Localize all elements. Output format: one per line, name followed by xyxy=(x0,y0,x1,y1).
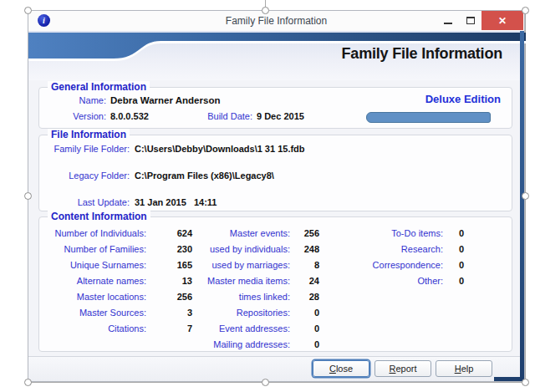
help-button-mnemonic: H xyxy=(455,364,461,374)
stat-value: 0 xyxy=(290,323,319,333)
version-label: Version: xyxy=(46,111,106,121)
stat-row: Event addresses:0 xyxy=(181,323,319,339)
stat-row: Other:0 xyxy=(318,276,464,292)
content-information-title: Content Information xyxy=(48,211,150,222)
close-icon: ✕ xyxy=(498,15,507,27)
build-date-value: 9 Dec 2015 xyxy=(257,111,304,121)
general-information-title: General Information xyxy=(48,81,150,93)
stat-row: Number of Families:230 xyxy=(46,244,192,260)
legacy-folder-row: Legacy Folder: C:\Program Files (x86)\Le… xyxy=(46,171,274,181)
stat-label: Alternate names: xyxy=(46,276,146,286)
stat-label: used by individuals: xyxy=(181,244,290,254)
name-value: Debra Warner Anderson xyxy=(110,95,220,105)
stat-row: Alternate names:13 xyxy=(46,276,192,292)
family-file-folder-label: Family File Folder: xyxy=(46,144,130,154)
window-bottom-border xyxy=(494,377,524,381)
minimize-icon xyxy=(444,23,452,24)
legacy-folder-value: C:\Program Files (x86)\Legacy8\ xyxy=(135,171,274,181)
stat-label: Research: xyxy=(318,244,443,254)
stat-label: Number of Individuals: xyxy=(46,228,146,238)
stat-row: times linked:28 xyxy=(181,292,319,308)
stat-label: To-Do items: xyxy=(318,228,443,238)
stat-row: Number of Individuals:624 xyxy=(46,228,192,244)
content-information-group: Content Information Number of Individual… xyxy=(38,216,512,352)
version-row: Version: 8.0.0.532 Build Date: 9 Dec 201… xyxy=(46,111,304,121)
name-row: Name: Debra Warner Anderson xyxy=(46,95,220,105)
document-canvas: i Family File Information ✕ xyxy=(0,0,535,392)
maximize-button[interactable] xyxy=(459,11,482,30)
general-information-group: General Information Name: Debra Warner A… xyxy=(38,87,512,129)
footer-bar: Close Report Help xyxy=(28,356,520,381)
family-file-folder-row: Family File Folder: C:\Users\Debby\Downl… xyxy=(46,144,305,154)
close-window-button[interactable]: ✕ xyxy=(482,11,523,30)
stat-label: Number of Families: xyxy=(46,244,146,254)
stat-value: 28 xyxy=(290,292,319,302)
close-button-label: lose xyxy=(336,364,353,374)
file-information-title: File Information xyxy=(48,129,130,140)
stat-value: 8 xyxy=(290,260,319,270)
stat-label: Mailing addresses: xyxy=(181,339,290,349)
file-information-group: File Information Family File Folder: C:\… xyxy=(38,135,512,211)
close-button-mnemonic: C xyxy=(329,364,336,374)
stat-label: Master events: xyxy=(181,228,290,238)
stat-label: Master media items: xyxy=(181,276,290,286)
stat-value: 0 xyxy=(290,308,319,318)
window-right-border xyxy=(520,31,524,381)
stat-row: Mailing addresses:0 xyxy=(181,339,319,355)
page-title: Family File Information xyxy=(342,45,502,63)
report-button[interactable]: Report xyxy=(374,360,431,377)
stat-row: Research:0 xyxy=(318,244,464,260)
report-button-label: eport xyxy=(395,364,416,374)
stat-label: Citations: xyxy=(46,323,146,333)
help-button-label: elp xyxy=(461,364,474,374)
progress-bar xyxy=(366,112,491,123)
stat-value: 256 xyxy=(290,228,319,238)
maximize-icon xyxy=(466,17,475,24)
content-column-2: Master events:256 used by individuals:24… xyxy=(181,228,319,355)
selection-line-bottom xyxy=(28,382,525,383)
version-value: 8.0.0.532 xyxy=(110,111,201,121)
name-label: Name: xyxy=(46,95,106,105)
selection-handle-mid-left[interactable] xyxy=(24,192,32,200)
stat-label: Repositories: xyxy=(181,308,290,318)
selection-handle-bottom-right[interactable] xyxy=(522,379,529,386)
selection-handle-top-center[interactable] xyxy=(262,7,269,14)
content-column-3: To-Do items:0 Research:0 Correspondence:… xyxy=(318,228,464,292)
stat-row: Repositories:0 xyxy=(181,308,319,323)
selection-handle-mid-right[interactable] xyxy=(522,192,529,200)
minimize-button[interactable] xyxy=(436,11,459,30)
family-file-information-window: i Family File Information ✕ xyxy=(28,10,525,382)
close-button[interactable]: Close xyxy=(313,360,369,377)
stat-row: Unique Surnames:165 xyxy=(46,260,192,276)
stat-row: Master Sources:3 xyxy=(46,308,192,323)
edition-badge: Deluxe Edition xyxy=(425,93,501,105)
stat-label: times linked: xyxy=(181,292,290,302)
stat-value: 248 xyxy=(290,244,319,254)
title-bar[interactable]: i Family File Information ✕ xyxy=(28,11,524,31)
selection-handle-bottom-center[interactable] xyxy=(262,379,269,386)
stat-value: 0 xyxy=(290,339,319,349)
stat-row: used by marriages:8 xyxy=(181,260,319,276)
last-update-value: 31 Jan 2015 14:11 xyxy=(135,197,217,207)
stat-value: 0 xyxy=(443,228,464,238)
selection-handle-top-right[interactable] xyxy=(522,7,529,14)
stat-row: To-Do items:0 xyxy=(318,228,464,244)
stat-row: used by individuals:248 xyxy=(181,244,319,260)
stat-row: Correspondence:0 xyxy=(318,260,464,276)
build-date-label: Build Date: xyxy=(201,111,252,121)
help-button[interactable]: Help xyxy=(436,360,492,377)
stat-label: Unique Surnames: xyxy=(46,260,146,270)
stat-value: 0 xyxy=(443,260,464,270)
stat-row: Master events:256 xyxy=(181,228,319,244)
family-file-folder-value: C:\Users\Debby\Downloads\1 31 15.fdb xyxy=(135,144,305,154)
selection-handle-bottom-left[interactable] xyxy=(24,379,32,386)
stat-label: Master locations: xyxy=(46,292,146,302)
stat-row: Master media items:24 xyxy=(181,276,319,292)
stat-label: Correspondence: xyxy=(318,260,443,270)
last-update-row: Last Update: 31 Jan 2015 14:11 xyxy=(46,197,217,207)
selection-handle-top-left[interactable] xyxy=(24,7,32,14)
legacy-folder-label: Legacy Folder: xyxy=(46,171,130,181)
last-update-label: Last Update: xyxy=(46,197,130,207)
stat-row: Master locations:256 xyxy=(46,292,192,308)
stat-label: used by marriages: xyxy=(181,260,290,270)
